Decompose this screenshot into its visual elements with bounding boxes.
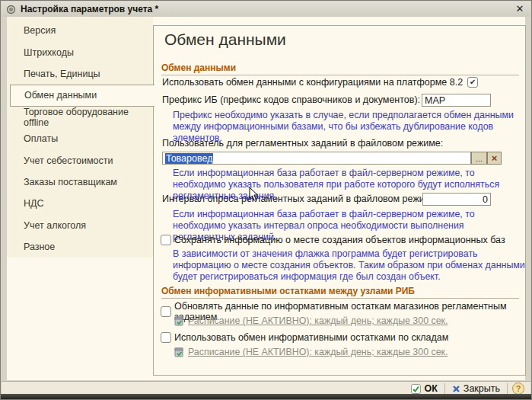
update-rest-schedule-link[interactable]: Расписание (НЕ АКТИВНО): каждый день; ка… (188, 315, 448, 326)
use-rest-schedule-row: Расписание (НЕ АКТИВНО): каждый день; ка… (174, 347, 448, 357)
prefix-value: МАР (425, 95, 445, 106)
app-icon (6, 5, 16, 14)
user-label: Пользователь для регламентных заданий в … (162, 138, 443, 149)
section-header-exchange: Обмен данными (161, 62, 519, 75)
check-icon: ✔ (470, 78, 476, 86)
user-clear-button[interactable]: × (487, 152, 502, 165)
use-rest-checkbox[interactable] (161, 332, 171, 343)
window-bottom-edge (1, 394, 531, 399)
close-button[interactable]: Закрыть (450, 383, 502, 394)
sidebar-item-zakazy-postavshchikam[interactable]: Заказы поставщикам (7, 171, 153, 193)
schedule-icon (174, 315, 184, 326)
ok-check-icon (411, 384, 421, 394)
page-title: Обмен данными (164, 30, 286, 49)
sidebar-item-shtrihkody[interactable]: Штрихкоды (7, 41, 153, 62)
close-button-label: Закрыть (464, 383, 500, 394)
sidebar-item-raznoe[interactable]: Разное (7, 236, 153, 258)
sidebar-item-uchet-alkogolya[interactable]: Учет алкоголя (7, 215, 153, 236)
user-choose-button[interactable]: ... (471, 152, 487, 165)
use-rest-row: Использовать обмен информативными остатк… (161, 332, 448, 343)
sidebar-item-versiya[interactable]: Версия (7, 20, 153, 41)
dialog-body: Версия Штрихкоды Печать, Единицы Обмен д… (7, 17, 525, 380)
close-x-icon (452, 385, 460, 393)
help-button[interactable]: ? (512, 382, 524, 395)
sidebar-item-oplaty[interactable]: Оплаты (7, 128, 153, 149)
sidebar-item-obmen-dannymi[interactable]: Обмен данными (10, 85, 155, 106)
ok-button-label: ОК (424, 383, 437, 394)
save-info-note: В зависимости от значения флажка програм… (173, 248, 529, 283)
update-rest-schedule-row: Расписание (НЕ АКТИВНО): каждый день; ка… (174, 315, 448, 326)
footer-separator (507, 383, 508, 395)
prefix-label: Префикс ИБ (префикс кодов справочников и… (162, 94, 420, 105)
window-close-icon[interactable]: ✕ (514, 3, 526, 15)
use-exchange-row: Использовать обмен данными с конфигураци… (162, 77, 478, 88)
sidebar-nav: Версия Штрихкоды Печать, Единицы Обмен д… (7, 20, 153, 258)
save-info-label: Сохранять информацию о месте создания об… (174, 235, 505, 245)
interval-input[interactable]: 0 (422, 193, 491, 206)
user-value: Товаровед (165, 153, 213, 164)
settings-dialog: Настройка параметров учета * ✕ Версия Шт… (0, 0, 532, 400)
title-bar: Настройка параметров учета * ✕ (2, 2, 530, 17)
sidebar-item-uchet-sebestoimosti[interactable]: Учет себестоимости (7, 149, 153, 171)
sidebar-item-torgovoe-oborudovanie[interactable]: Торговое оборудование offline (7, 107, 153, 128)
save-info-checkbox[interactable] (161, 235, 171, 245)
sidebar-item-pechat-edinicy[interactable]: Печать, Единицы (7, 63, 153, 85)
window-title: Настройка параметров учета * (21, 4, 514, 14)
use-exchange-label: Использовать обмен данными с конфигураци… (162, 77, 463, 88)
use-exchange-checkbox[interactable]: ✔ (467, 77, 478, 88)
footer-separator (444, 383, 445, 395)
user-field-row: Товаровед ... × (162, 152, 502, 165)
settings-panel: Обмен данными Обмен данными Использовать… (153, 25, 526, 376)
interval-label: Интервал опроса регламентных заданий в ф… (162, 194, 439, 204)
section-header-rib: Обмен информативными остатками между узл… (161, 286, 519, 299)
ok-button[interactable]: ОК (409, 383, 439, 394)
schedule-icon (174, 347, 184, 357)
use-rest-schedule-link[interactable]: Расписание (НЕ АКТИВНО): каждый день; ка… (188, 347, 448, 357)
prefix-input[interactable]: МАР (422, 94, 491, 107)
user-input[interactable]: Товаровед (162, 152, 471, 165)
sidebar-item-nds[interactable]: НДС (7, 193, 153, 214)
update-rest-checkbox[interactable] (161, 306, 171, 317)
interval-value: 0 (483, 194, 488, 205)
save-info-row: Сохранять информацию о месте создания об… (161, 235, 505, 245)
use-rest-label: Использовать обмен информативными остатк… (174, 332, 448, 343)
